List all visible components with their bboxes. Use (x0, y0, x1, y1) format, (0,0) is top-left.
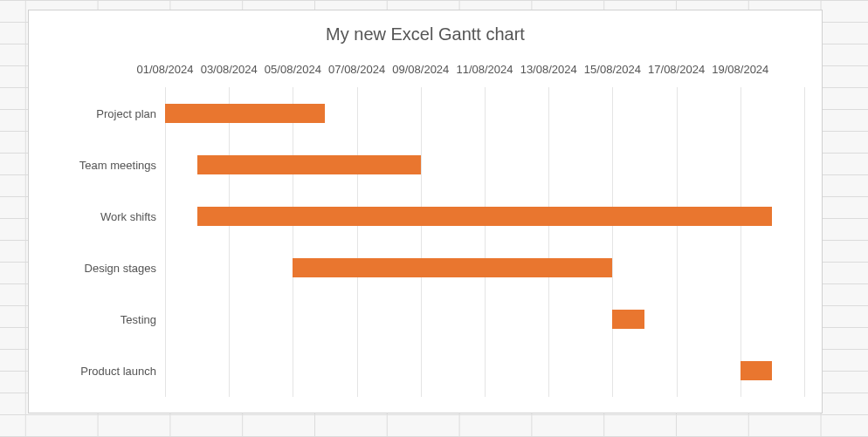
task-bar (197, 155, 421, 174)
x-tick-label: 01/08/2024 (136, 63, 193, 76)
task-bar (165, 104, 325, 123)
category-label: Testing (34, 313, 156, 326)
category-label: Design stages (34, 262, 156, 275)
task-row-testing: Testing (165, 294, 804, 345)
task-rows: Project plan Team meetings Work shifts D… (165, 87, 804, 397)
task-bar (293, 258, 612, 277)
x-tick-label: 11/08/2024 (456, 63, 513, 76)
category-label: Project plan (34, 106, 156, 119)
x-tick-label: 09/08/2024 (392, 63, 449, 76)
category-label: Product launch (34, 365, 156, 378)
x-tick-label: 19/08/2024 (712, 63, 768, 76)
x-tick-label: 05/08/2024 (265, 63, 321, 76)
x-tick-label: 13/08/2024 (520, 63, 577, 76)
x-tick-label: 17/08/2024 (648, 63, 705, 76)
task-row-work-shifts: Work shifts (165, 190, 804, 242)
task-bar (612, 310, 644, 329)
task-row-team-meetings: Team meetings (165, 139, 804, 190)
x-axis-date-labels: 01/08/2024 03/08/2024 05/08/2024 07/08/2… (165, 63, 804, 80)
x-tick-label: 07/08/2024 (328, 63, 385, 76)
task-row-product-launch: Product launch (165, 345, 804, 397)
chart-title: My new Excel Gantt chart (29, 24, 822, 44)
category-label: Team meetings (34, 158, 156, 171)
x-tick-label: 15/08/2024 (584, 63, 641, 76)
x-tick-label: 03/08/2024 (201, 63, 258, 76)
task-row-project-plan: Project plan (165, 87, 804, 139)
task-bar (197, 207, 773, 226)
gantt-chart: My new Excel Gantt chart 01/08/2024 03/0… (28, 10, 823, 413)
task-bar (741, 361, 773, 380)
task-row-design-stages: Design stages (165, 242, 804, 294)
gridline (804, 87, 805, 397)
category-label: Work shifts (34, 209, 156, 222)
plot-area: Project plan Team meetings Work shifts D… (165, 87, 804, 397)
